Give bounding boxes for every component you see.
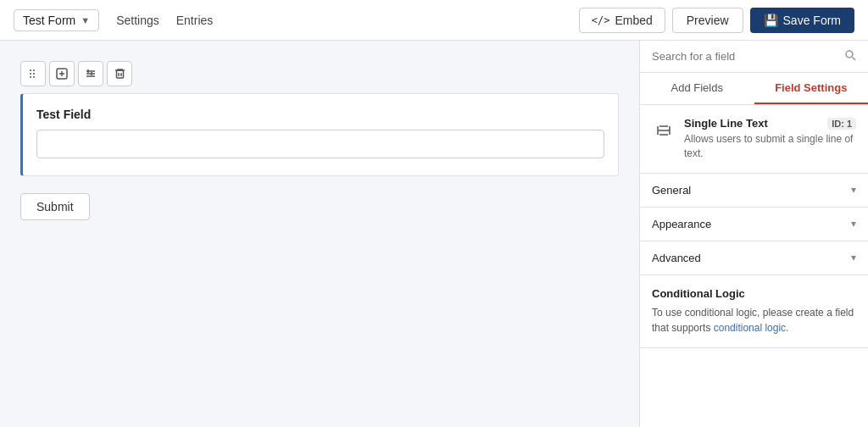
search-input[interactable] bbox=[652, 50, 837, 63]
save-label: Save Form bbox=[783, 14, 841, 27]
settings-nav-link[interactable]: Settings bbox=[116, 10, 159, 30]
panel-tabs: Add Fields Field Settings bbox=[640, 73, 868, 105]
right-panel: Add Fields Field Settings Single Line Te… bbox=[639, 41, 868, 427]
add-field-button[interactable] bbox=[49, 61, 75, 86]
field-info-content: Single Line Text ID: 1 Allows users to s… bbox=[684, 117, 856, 161]
advanced-section: Advanced ▾ bbox=[640, 241, 868, 275]
general-section: General ▾ bbox=[640, 174, 868, 208]
settings-icon bbox=[85, 68, 97, 80]
svg-point-17 bbox=[846, 51, 853, 58]
top-bar-right: </> Embed Preview 💾 Save Form bbox=[579, 8, 854, 33]
canvas-area: Test Field Submit bbox=[0, 41, 639, 427]
advanced-header[interactable]: Advanced ▾ bbox=[640, 241, 868, 274]
appearance-section: Appearance ▾ bbox=[640, 208, 868, 241]
drag-icon bbox=[28, 69, 38, 79]
field-info-title: Single Line Text ID: 1 bbox=[684, 117, 856, 130]
submit-button[interactable]: Submit bbox=[20, 193, 90, 220]
settings-field-button[interactable] bbox=[78, 61, 103, 86]
search-box bbox=[640, 41, 868, 73]
conditional-logic-title: Conditional Logic bbox=[652, 287, 856, 300]
field-id-badge: ID: 1 bbox=[827, 118, 856, 130]
appearance-chevron-icon: ▾ bbox=[851, 218, 856, 230]
svg-point-5 bbox=[33, 76, 35, 78]
save-icon: 💾 bbox=[764, 14, 778, 27]
field-toolbar bbox=[20, 61, 619, 86]
field-label: Test Field bbox=[36, 108, 604, 121]
svg-point-3 bbox=[33, 73, 35, 75]
main-layout: Test Field Submit Add Fields Field Setti… bbox=[0, 41, 868, 427]
entries-nav-link[interactable]: Entries bbox=[176, 10, 214, 30]
svg-point-1 bbox=[33, 69, 35, 71]
general-label: General bbox=[652, 184, 691, 197]
field-input[interactable] bbox=[36, 130, 604, 158]
delete-field-button[interactable] bbox=[107, 61, 132, 86]
svg-rect-14 bbox=[116, 70, 123, 78]
field-type-name: Single Line Text bbox=[684, 117, 768, 130]
field-info: Single Line Text ID: 1 Allows users to s… bbox=[640, 105, 868, 174]
advanced-chevron-icon: ▾ bbox=[851, 252, 856, 263]
svg-point-0 bbox=[30, 69, 31, 71]
appearance-header[interactable]: Appearance ▾ bbox=[640, 208, 868, 241]
text-field-icon bbox=[652, 119, 676, 142]
embed-label: Embed bbox=[615, 14, 652, 27]
general-chevron-icon: ▾ bbox=[851, 184, 856, 196]
svg-line-18 bbox=[853, 58, 856, 61]
save-button[interactable]: 💾 Save Form bbox=[750, 8, 854, 33]
form-name: Test Form bbox=[23, 14, 75, 27]
svg-point-4 bbox=[30, 76, 31, 78]
preview-button[interactable]: Preview bbox=[672, 8, 743, 33]
chevron-down-icon: ▼ bbox=[81, 15, 90, 25]
appearance-label: Appearance bbox=[652, 218, 711, 230]
tab-field-settings[interactable]: Field Settings bbox=[754, 73, 869, 104]
conditional-logic-desc: To use conditional logic, please create … bbox=[652, 305, 856, 336]
svg-point-2 bbox=[30, 73, 31, 75]
conditional-logic-link[interactable]: conditional logic bbox=[714, 322, 786, 334]
drag-handle-button[interactable] bbox=[20, 61, 46, 86]
field-info-desc: Allows users to submit a single line of … bbox=[684, 132, 856, 161]
top-bar: Test Form ▼ Settings Entries </> Embed P… bbox=[0, 0, 868, 41]
embed-button[interactable]: </> Embed bbox=[579, 8, 665, 33]
conditional-logic-section: Conditional Logic To use conditional log… bbox=[640, 275, 868, 348]
embed-icon: </> bbox=[592, 14, 610, 26]
field-block: Test Field bbox=[20, 93, 619, 176]
tab-add-fields[interactable]: Add Fields bbox=[640, 73, 754, 104]
add-icon bbox=[56, 68, 68, 80]
top-bar-left: Test Form ▼ Settings Entries bbox=[14, 9, 213, 31]
conditional-logic-content: Conditional Logic To use conditional log… bbox=[640, 275, 868, 347]
trash-icon bbox=[114, 68, 125, 80]
general-header[interactable]: General ▾ bbox=[640, 174, 868, 207]
form-selector[interactable]: Test Form ▼ bbox=[14, 9, 99, 31]
search-icon bbox=[844, 49, 856, 64]
advanced-label: Advanced bbox=[652, 252, 701, 264]
